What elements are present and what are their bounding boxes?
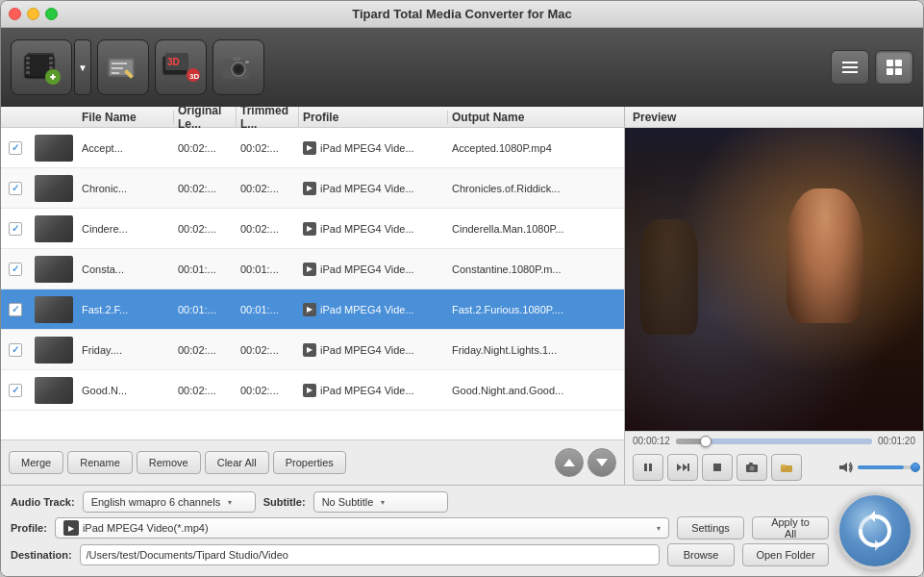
row-checkbox[interactable] bbox=[9, 263, 22, 276]
table-row[interactable]: Good.N... 00:02:... 00:02:... ▶ iPad MPE… bbox=[1, 370, 624, 411]
row-checkbox[interactable] bbox=[9, 343, 22, 357]
profile-text: iPad MPEG4 Vide... bbox=[320, 183, 414, 194]
progress-thumb[interactable] bbox=[700, 436, 712, 447]
profile-icon: ▶ bbox=[303, 343, 316, 357]
progress-remaining bbox=[706, 439, 873, 444]
remove-button[interactable]: Remove bbox=[137, 451, 201, 474]
grid-view-icon bbox=[885, 58, 904, 77]
destination-path: /Users/test/Documents/Tipard Studio/Vide… bbox=[80, 544, 660, 565]
row-filename: Cinderе... bbox=[78, 221, 174, 237]
list-view-button[interactable] bbox=[831, 50, 869, 85]
row-output-name: Chronicles.of.Riddick... bbox=[448, 181, 624, 196]
add-video-icon bbox=[22, 48, 61, 87]
row-checkbox-cell bbox=[1, 222, 30, 236]
table-row[interactable]: Friday.... 00:02:... 00:02:... ▶ iPad MP… bbox=[1, 330, 624, 370]
table-row[interactable]: Cinderе... 00:02:... 00:02:... ▶ iPad MP… bbox=[1, 209, 624, 249]
traffic-lights bbox=[9, 8, 58, 20]
row-checkbox[interactable] bbox=[9, 222, 22, 236]
row-profile[interactable]: ▶ iPad MPEG4 Vide... bbox=[299, 139, 448, 157]
subtitle-select[interactable]: No Subtitle ▾ bbox=[313, 491, 448, 513]
total-time: 00:01:20 bbox=[878, 436, 915, 446]
row-output-name: Fast.2.Furious.1080P.... bbox=[448, 302, 624, 317]
volume-area bbox=[838, 461, 915, 474]
svg-rect-8 bbox=[49, 62, 53, 64]
svg-rect-18 bbox=[112, 72, 119, 74]
convert-3d-button[interactable]: 3D 3D bbox=[155, 39, 207, 95]
video-figure-left bbox=[640, 219, 698, 335]
row-profile[interactable]: ▶ iPad MPEG4 Vide... bbox=[299, 382, 448, 399]
profile-text: iPad MPEG4 Vide... bbox=[320, 142, 414, 154]
edit-button[interactable] bbox=[97, 39, 149, 95]
row-profile[interactable]: ▶ iPad MPEG4 Vide... bbox=[299, 180, 448, 197]
camera-button[interactable] bbox=[737, 454, 767, 481]
table-row[interactable]: Consta... 00:01:... 00:01:... ▶ iPad MPE… bbox=[1, 249, 624, 289]
row-thumbnail-cell bbox=[30, 337, 78, 364]
table-row[interactable]: Fast.2.F... 00:01:... 00:01:... ▶ iPad M… bbox=[1, 289, 624, 330]
row-trimmed-length: 00:02:... bbox=[237, 383, 299, 398]
maximize-button[interactable] bbox=[45, 8, 58, 20]
profile-icon: ▶ bbox=[303, 141, 316, 155]
row-thumbnail-cell bbox=[30, 135, 78, 162]
merge-button[interactable]: Merge bbox=[9, 451, 63, 474]
browse-button[interactable]: Browse bbox=[667, 543, 735, 566]
snapshot-button[interactable] bbox=[212, 39, 264, 95]
volume-knob bbox=[911, 463, 920, 472]
clear-all-button[interactable]: Clear All bbox=[205, 451, 269, 474]
open-folder-button[interactable]: Open Folder bbox=[742, 543, 829, 566]
rename-button[interactable]: Rename bbox=[67, 451, 133, 474]
svg-rect-7 bbox=[49, 57, 53, 60]
toolbar: ▼ bbox=[1, 28, 923, 107]
convert-button[interactable] bbox=[837, 492, 913, 569]
move-down-button[interactable] bbox=[587, 448, 616, 477]
svg-rect-3 bbox=[26, 57, 30, 60]
progress-track[interactable] bbox=[676, 439, 872, 444]
row-checkbox[interactable] bbox=[9, 303, 22, 316]
close-button[interactable] bbox=[9, 8, 21, 20]
apply-to-all-button[interactable]: Apply to All bbox=[752, 516, 829, 539]
stop-button[interactable] bbox=[702, 454, 733, 481]
header-filename: File Name bbox=[78, 111, 174, 124]
move-up-button[interactable] bbox=[555, 448, 584, 477]
row-original-length: 00:01:... bbox=[174, 262, 237, 277]
arrow-up-icon bbox=[562, 456, 576, 469]
svg-rect-29 bbox=[245, 61, 249, 63]
table-row[interactable]: Chronic... 00:02:... 00:02:... ▶ iPad MP… bbox=[1, 168, 624, 209]
current-time: 00:00:12 bbox=[633, 436, 670, 446]
add-video-button[interactable] bbox=[11, 39, 72, 95]
arrow-buttons bbox=[555, 448, 616, 477]
row-checkbox[interactable] bbox=[9, 384, 22, 397]
row-thumbnail bbox=[35, 296, 73, 323]
row-output-name: Friday.Night.Lights.1... bbox=[448, 342, 624, 358]
properties-button[interactable]: Properties bbox=[273, 451, 346, 474]
row-checkbox[interactable] bbox=[9, 141, 22, 155]
svg-marker-50 bbox=[839, 463, 847, 472]
audio-track-select[interactable]: English wmapro 6 channels ▾ bbox=[83, 491, 256, 513]
volume-slider[interactable] bbox=[858, 465, 915, 469]
main-window: Tipard Total Media Converter for Mac bbox=[0, 0, 924, 577]
svg-rect-40 bbox=[649, 464, 652, 471]
edit-icon bbox=[104, 48, 142, 87]
bottom-panel: Audio Track: English wmapro 6 channels ▾… bbox=[1, 485, 923, 576]
window-title: Tipard Total Media Converter for Mac bbox=[352, 7, 572, 21]
svg-text:3D: 3D bbox=[189, 72, 199, 81]
svg-rect-34 bbox=[895, 60, 902, 66]
row-checkbox[interactable] bbox=[9, 182, 22, 195]
row-profile[interactable]: ▶ iPad MPEG4 Vide... bbox=[299, 220, 448, 238]
row-original-length: 00:02:... bbox=[174, 140, 237, 156]
fast-forward-button[interactable] bbox=[667, 454, 698, 481]
table-row[interactable]: Accept... 00:02:... 00:02:... ▶ iPad MPE… bbox=[1, 128, 624, 168]
row-profile[interactable]: ▶ iPad MPEG4 Vide... bbox=[299, 261, 448, 278]
add-video-dropdown[interactable]: ▼ bbox=[74, 39, 91, 95]
pause-button[interactable] bbox=[633, 454, 663, 481]
settings-button[interactable]: Settings bbox=[677, 516, 744, 539]
row-profile[interactable]: ▶ iPad MPEG4 Vide... bbox=[299, 301, 448, 318]
profile-select[interactable]: ▶ iPad MPEG4 Video(*.mp4) ▾ bbox=[55, 517, 669, 539]
folder-button[interactable] bbox=[771, 454, 802, 481]
row-profile[interactable]: ▶ iPad MPEG4 Vide... bbox=[299, 341, 448, 359]
row-trimmed-length: 00:02:... bbox=[237, 342, 299, 358]
minimize-button[interactable] bbox=[27, 8, 39, 20]
grid-view-button[interactable] bbox=[875, 50, 913, 85]
title-bar: Tipard Total Media Converter for Mac bbox=[1, 1, 923, 28]
row-output-name: Constantine.1080P.m... bbox=[448, 262, 624, 277]
svg-rect-31 bbox=[842, 66, 858, 68]
